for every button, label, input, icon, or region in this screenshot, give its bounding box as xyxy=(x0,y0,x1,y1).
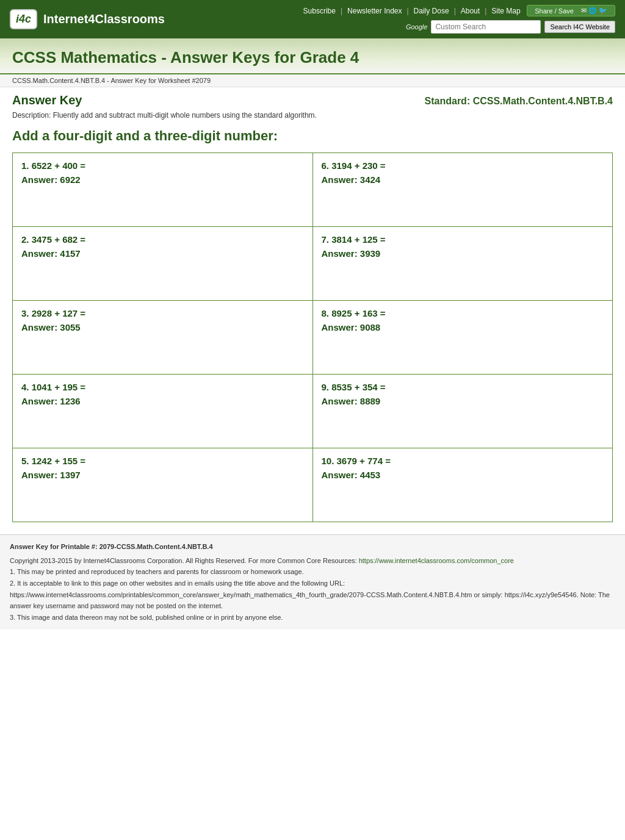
daily-dose-link[interactable]: Daily Dose xyxy=(411,7,452,15)
problem-answer-6: Answer: 3424 xyxy=(322,174,604,185)
problem-cell-10: 10. 3679 + 774 = Answer: 4453 xyxy=(313,448,613,522)
answer-key-header: Answer Key Standard: CCSS.Math.Content.4… xyxy=(12,93,613,107)
problem-answer-1: Answer: 6922 xyxy=(21,174,304,185)
problem-question-6: 6. 3194 + 230 = xyxy=(322,160,604,171)
problem-row-2: 2. 3475 + 682 = Answer: 4157 7. 3814 + 1… xyxy=(13,227,612,301)
problem-answer-4: Answer: 1236 xyxy=(21,396,304,406)
problem-answer-8: Answer: 9088 xyxy=(322,322,604,332)
footer-copyright: Copyright 2013-2015 by Internet4Classroo… xyxy=(10,555,615,567)
problem-cell-1: 1. 6522 + 400 = Answer: 6922 xyxy=(13,153,313,226)
search-area: Google Search I4C Website xyxy=(406,20,615,34)
page-banner: CCSS Mathematics - Answer Keys for Grade… xyxy=(0,38,625,74)
search-input[interactable] xyxy=(431,20,541,34)
problem-question-1: 1. 6522 + 400 = xyxy=(21,160,304,171)
problem-cell-9: 9. 8535 + 354 = Answer: 8889 xyxy=(313,375,613,448)
footer-printable: Answer Key for Printable #: 2079-CCSS.Ma… xyxy=(10,541,615,553)
about-link[interactable]: About xyxy=(458,7,482,15)
search-button[interactable]: Search I4C Website xyxy=(544,21,615,33)
subscribe-link[interactable]: Subscribe xyxy=(301,7,338,15)
footer-note1: 1. This may be printed and reproduced by… xyxy=(10,566,615,578)
breadcrumb: CCSS.Math.Content.4.NBT.B.4 - Answer Key… xyxy=(0,74,625,87)
site-map-link[interactable]: Site Map xyxy=(489,7,522,15)
standard-label: Standard: CCSS.Math.Content.4.NBT.B.4 xyxy=(425,96,613,107)
footer-note3: 3. This image and data thereon may not b… xyxy=(10,612,615,623)
problem-answer-5: Answer: 1397 xyxy=(21,470,304,480)
worksheet-title: Add a four-digit and a three-digit numbe… xyxy=(12,128,613,144)
share-save-button[interactable]: Share / Save ✉ 🌐 🐦 xyxy=(527,5,615,16)
problem-grid: 1. 6522 + 400 = Answer: 6922 6. 3194 + 2… xyxy=(12,153,613,522)
problem-row-5: 5. 1242 + 155 = Answer: 1397 10. 3679 + … xyxy=(13,448,612,522)
common-core-link[interactable]: https://www.internet4classrooms.com/comm… xyxy=(359,557,514,564)
logo-icon: i4c xyxy=(10,9,37,29)
problem-answer-9: Answer: 8889 xyxy=(322,396,604,406)
page-title: CCSS Mathematics - Answer Keys for Grade… xyxy=(12,48,613,67)
answer-key-title: Answer Key xyxy=(12,93,82,107)
main-content: Answer Key Standard: CCSS.Math.Content.4… xyxy=(0,87,625,534)
problem-question-10: 10. 3679 + 774 = xyxy=(322,456,604,466)
share-icons: ✉ 🌐 🐦 xyxy=(579,7,610,15)
problem-question-3: 3. 2928 + 127 = xyxy=(21,308,304,318)
nav-area: Subscribe | Newsletter Index | Daily Dos… xyxy=(301,5,615,34)
problem-question-8: 8. 8925 + 163 = xyxy=(322,308,604,318)
site-header: i4c Internet4Classrooms Subscribe | News… xyxy=(0,0,625,38)
problem-cell-3: 3. 2928 + 127 = Answer: 3055 xyxy=(13,301,313,374)
problem-row-3: 3. 2928 + 127 = Answer: 3055 8. 8925 + 1… xyxy=(13,301,612,375)
problem-question-2: 2. 3475 + 682 = xyxy=(21,234,304,245)
footer-note2: 2. It is acceptable to link to this page… xyxy=(10,578,615,589)
problem-row-4: 4. 1041 + 195 = Answer: 1236 9. 8535 + 3… xyxy=(13,375,612,448)
problem-cell-5: 5. 1242 + 155 = Answer: 1397 xyxy=(13,448,313,522)
problem-cell-4: 4. 1041 + 195 = Answer: 1236 xyxy=(13,375,313,448)
problem-cell-7: 7. 3814 + 125 = Answer: 3939 xyxy=(313,227,613,300)
problem-question-7: 7. 3814 + 125 = xyxy=(322,234,604,245)
top-nav: Subscribe | Newsletter Index | Daily Dos… xyxy=(301,5,615,16)
google-logo: Google xyxy=(406,23,427,31)
problem-question-5: 5. 1242 + 155 = xyxy=(21,456,304,466)
newsletter-link[interactable]: Newsletter Index xyxy=(345,7,404,15)
problem-answer-3: Answer: 3055 xyxy=(21,322,304,332)
site-name: Internet4Classrooms xyxy=(43,12,165,26)
footer-url: https://www.internet4classrooms.com/prin… xyxy=(10,589,615,612)
logo-area: i4c Internet4Classrooms xyxy=(10,9,165,29)
problem-question-9: 9. 8535 + 354 = xyxy=(322,382,604,392)
problem-answer-2: Answer: 4157 xyxy=(21,248,304,259)
problem-answer-10: Answer: 4453 xyxy=(322,470,604,480)
problem-question-4: 4. 1041 + 195 = xyxy=(21,382,304,392)
problem-cell-6: 6. 3194 + 230 = Answer: 3424 xyxy=(313,153,613,226)
description-text: Description: Fluently add and subtract m… xyxy=(12,111,613,120)
problem-cell-2: 2. 3475 + 682 = Answer: 4157 xyxy=(13,227,313,300)
page-footer: Answer Key for Printable #: 2079-CCSS.Ma… xyxy=(0,534,625,630)
problem-answer-7: Answer: 3939 xyxy=(322,248,604,259)
problem-row-1: 1. 6522 + 400 = Answer: 6922 6. 3194 + 2… xyxy=(13,153,612,227)
problem-cell-8: 8. 8925 + 163 = Answer: 9088 xyxy=(313,301,613,374)
